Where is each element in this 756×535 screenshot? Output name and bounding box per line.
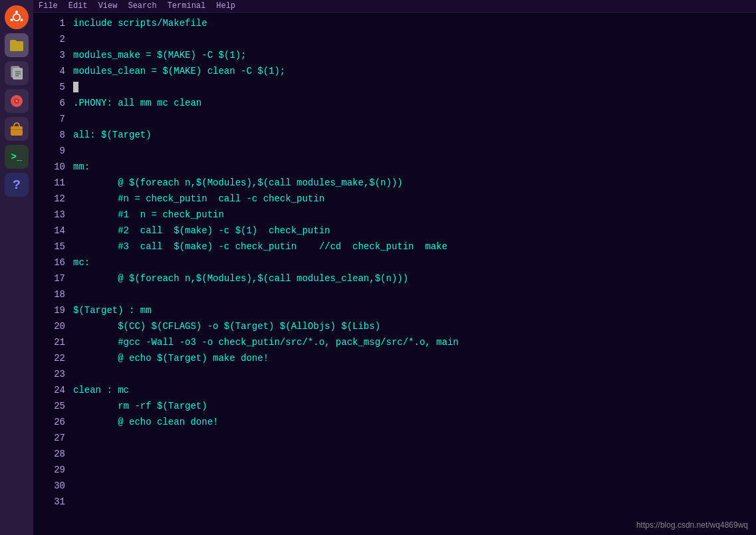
line-content[interactable]: $(Target) : mm <box>73 302 756 318</box>
code-line: 4modules_clean = $(MAKE) clean -C $(1); <box>33 63 756 79</box>
code-lines: 1include scripts/Makefile23modules_make … <box>33 13 756 512</box>
line-number: 6 <box>33 95 73 111</box>
code-line: 19$(Target) : mm <box>33 302 756 318</box>
line-number: 17 <box>33 270 73 286</box>
line-number: 13 <box>33 207 73 223</box>
code-line: 15 #3 call $(make) -c check_putin //cd c… <box>33 239 756 255</box>
menu-search[interactable]: Search <box>128 1 156 11</box>
code-line: 30 <box>33 478 756 494</box>
line-number: 4 <box>33 63 73 79</box>
line-number: 3 <box>33 47 73 63</box>
code-line: 8all: $(Target) <box>33 127 756 143</box>
line-number: 23 <box>33 366 73 382</box>
code-line: 7 <box>33 111 756 127</box>
line-content[interactable]: mm: <box>73 159 756 175</box>
code-editor[interactable]: 1include scripts/Makefile23modules_make … <box>33 13 756 535</box>
sidebar: >_ ? <box>0 0 33 535</box>
code-line: 11 @ $(foreach n,$(Modules),$(call modul… <box>33 175 756 191</box>
code-line: 14 #2 call $(make) -c $(1) check_putin <box>33 223 756 239</box>
line-content[interactable]: #1 n = check_putin <box>73 207 756 223</box>
menu-edit[interactable]: Edit <box>68 1 88 11</box>
line-content[interactable]: clean : mc <box>73 382 756 398</box>
svg-point-4 <box>11 19 13 21</box>
menu-bar: File Edit View Search Terminal Help <box>33 0 756 13</box>
line-number: 10 <box>33 159 73 175</box>
code-line: 2 <box>33 31 756 47</box>
line-content[interactable]: @ echo clean done! <box>73 414 756 430</box>
line-number: 2 <box>33 31 73 47</box>
code-line: 28 <box>33 446 756 462</box>
code-line: 3modules_make = $(MAKE) -C $(1); <box>33 47 756 63</box>
line-number: 28 <box>33 446 73 462</box>
line-number: 27 <box>33 430 73 446</box>
line-number: 19 <box>33 302 73 318</box>
line-content[interactable]: $(CC) $(CFLAGS) -o $(Target) $(AllObjs) … <box>73 318 756 334</box>
cursor <box>73 82 78 92</box>
folder-icon[interactable] <box>5 33 29 57</box>
code-line: 20 $(CC) $(CFLAGS) -o $(Target) $(AllObj… <box>33 318 756 334</box>
code-line: 12 #n = check_putin call -c check_putin <box>33 191 756 207</box>
menu-view[interactable]: View <box>98 1 118 11</box>
svg-point-3 <box>21 19 23 21</box>
code-line: 25 rm -rf $(Target) <box>33 398 756 414</box>
code-line: 10mm: <box>33 159 756 175</box>
line-content[interactable]: @ $(foreach n,$(Modules),$(call modules_… <box>73 175 756 191</box>
ubuntu-icon[interactable] <box>5 5 29 29</box>
svg-point-12 <box>16 100 18 102</box>
code-line: 26 @ echo clean done! <box>33 414 756 430</box>
code-line: 31 <box>33 494 756 510</box>
code-line: 21 #gcc -Wall -o3 -o check_putin/src/*.o… <box>33 334 756 350</box>
menu-terminal[interactable]: Terminal <box>168 1 206 11</box>
code-line: 9 <box>33 143 756 159</box>
line-content[interactable]: modules_clean = $(MAKE) clean -C $(1); <box>73 63 756 79</box>
files-icon[interactable] <box>5 61 29 85</box>
shop-icon[interactable] <box>5 117 29 141</box>
line-content[interactable]: #gcc -Wall -o3 -o check_putin/src/*.o, p… <box>73 334 756 350</box>
line-content[interactable]: all: $(Target) <box>73 127 756 143</box>
code-line: 22 @ echo $(Target) make done! <box>33 350 756 366</box>
code-line: 1include scripts/Makefile <box>33 15 756 31</box>
line-number: 22 <box>33 350 73 366</box>
line-content[interactable]: @ echo $(Target) make done! <box>73 350 756 366</box>
svg-point-2 <box>15 11 18 13</box>
code-line: 27 <box>33 430 756 446</box>
line-content[interactable]: mc: <box>73 255 756 270</box>
help-icon[interactable]: ? <box>5 173 29 197</box>
line-number: 26 <box>33 414 73 430</box>
line-number: 21 <box>33 334 73 350</box>
line-number: 8 <box>33 127 73 143</box>
music-icon[interactable] <box>5 89 29 113</box>
main-content: File Edit View Search Terminal Help 1inc… <box>33 0 756 535</box>
code-line: 18 <box>33 286 756 302</box>
line-number: 12 <box>33 191 73 207</box>
line-content[interactable]: #3 call $(make) -c check_putin //cd chec… <box>73 239 756 255</box>
menu-file[interactable]: File <box>39 1 58 11</box>
code-line: 23 <box>33 366 756 382</box>
line-number: 15 <box>33 239 73 255</box>
line-content[interactable]: @ $(foreach n,$(Modules),$(call modules_… <box>73 270 756 286</box>
line-content[interactable]: #2 call $(make) -c $(1) check_putin <box>73 223 756 239</box>
code-line: 16mc: <box>33 255 756 270</box>
url-bar: https://blog.csdn.net/wq4869wq <box>636 520 748 530</box>
line-content[interactable]: include scripts/Makefile <box>73 15 756 31</box>
line-number: 14 <box>33 223 73 239</box>
line-content[interactable]: .PHONY: all mm mc clean <box>73 95 756 111</box>
line-number: 9 <box>33 143 73 159</box>
line-content[interactable]: modules_make = $(MAKE) -C $(1); <box>73 47 756 63</box>
line-content[interactable]: #n = check_putin call -c check_putin <box>73 191 756 207</box>
menu-help[interactable]: Help <box>216 1 235 11</box>
line-number: 31 <box>33 494 73 510</box>
line-number: 5 <box>33 79 73 95</box>
line-content[interactable]: rm -rf $(Target) <box>73 398 756 414</box>
line-number: 11 <box>33 175 73 191</box>
line-number: 7 <box>33 111 73 127</box>
line-number: 29 <box>33 462 73 478</box>
code-line: 5 <box>33 79 756 95</box>
code-line: 6.PHONY: all mm mc clean <box>33 95 756 111</box>
line-number: 24 <box>33 382 73 398</box>
svg-rect-13 <box>11 126 23 136</box>
line-content[interactable] <box>73 79 756 95</box>
code-line: 17 @ $(foreach n,$(Modules),$(call modul… <box>33 270 756 286</box>
terminal-icon[interactable]: >_ <box>5 145 29 169</box>
code-line: 29 <box>33 462 756 478</box>
